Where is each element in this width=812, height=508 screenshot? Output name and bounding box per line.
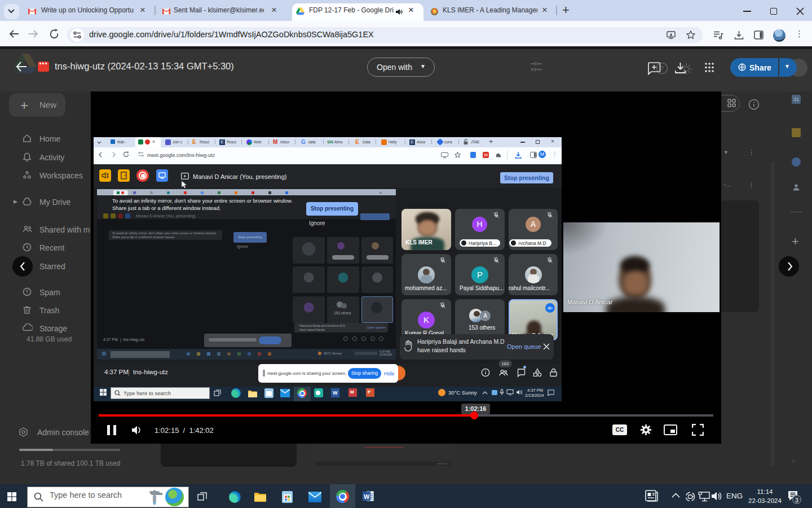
svg-text:?: ? xyxy=(660,65,664,72)
